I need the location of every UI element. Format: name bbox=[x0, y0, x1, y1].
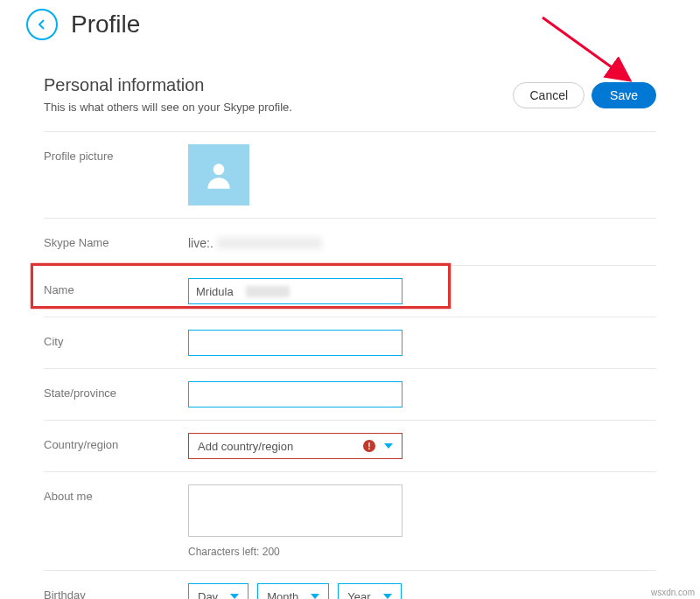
birthday-day-label: Day bbox=[198, 590, 218, 600]
avatar[interactable] bbox=[188, 144, 249, 205]
state-label: State/province bbox=[44, 381, 188, 400]
city-input[interactable] bbox=[188, 330, 402, 356]
birthday-label: Birthday bbox=[44, 583, 188, 599]
country-select[interactable]: Add country/region ! bbox=[188, 433, 402, 459]
state-input[interactable] bbox=[188, 381, 402, 407]
birthday-month-label: Month bbox=[267, 590, 298, 600]
chevron-down-icon bbox=[383, 594, 392, 599]
error-icon: ! bbox=[363, 440, 375, 452]
about-textarea[interactable] bbox=[188, 484, 402, 537]
back-button[interactable] bbox=[26, 9, 58, 40]
arrow-left-icon bbox=[34, 17, 50, 32]
city-label: City bbox=[44, 330, 188, 348]
chevron-down-icon bbox=[230, 594, 239, 599]
about-label: About me bbox=[44, 484, 188, 503]
svg-point-0 bbox=[214, 164, 225, 175]
person-icon bbox=[202, 158, 235, 192]
birthday-month-select[interactable]: Month bbox=[257, 583, 329, 599]
about-hint: Characters left: 200 bbox=[188, 546, 656, 558]
chevron-down-icon bbox=[311, 594, 319, 599]
skype-name-prefix: live:. bbox=[188, 236, 214, 250]
skype-name-label: Skype Name bbox=[44, 231, 188, 249]
chevron-down-icon bbox=[384, 443, 393, 449]
birthday-year-label: Year bbox=[347, 590, 370, 600]
page-title: Profile bbox=[71, 10, 140, 38]
country-placeholder: Add country/region bbox=[198, 440, 293, 453]
watermark: wsxdn.com bbox=[651, 588, 695, 597]
save-button[interactable]: Save bbox=[592, 82, 656, 108]
redacted-text bbox=[246, 286, 290, 297]
profile-picture-label: Profile picture bbox=[44, 144, 188, 163]
skype-name-value: live:. bbox=[188, 231, 656, 250]
birthday-day-select[interactable]: Day bbox=[188, 583, 248, 599]
country-label: Country/region bbox=[44, 433, 188, 451]
section-title: Personal information bbox=[44, 75, 292, 95]
birthday-year-select[interactable]: Year bbox=[338, 583, 401, 599]
name-input[interactable] bbox=[188, 278, 402, 304]
section-subtitle: This is what others will see on your Sky… bbox=[44, 101, 292, 114]
name-label: Name bbox=[44, 278, 188, 296]
cancel-button[interactable]: Cancel bbox=[513, 82, 584, 108]
redacted-text bbox=[217, 237, 322, 249]
